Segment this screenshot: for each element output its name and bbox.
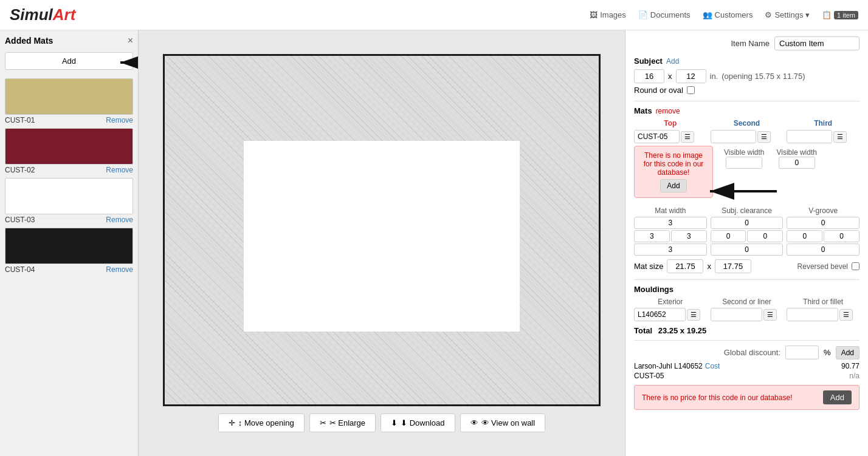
mat-width-right[interactable] (671, 230, 707, 242)
third-mat-menu-btn[interactable]: ☰ (833, 131, 847, 143)
visible-width-second-input[interactable] (726, 157, 762, 169)
download-label: ⬇ Download (401, 418, 444, 427)
mats-label: Mats (634, 106, 652, 115)
nav-settings[interactable]: ⚙ Settings ▾ (765, 10, 810, 19)
subj-clear-left[interactable] (711, 230, 746, 242)
v-groove-label: V-groove (787, 206, 859, 215)
exterior-input[interactable] (634, 308, 686, 321)
third-fillet-menu-btn[interactable]: ☰ (839, 309, 853, 321)
visible-width-third-input[interactable] (779, 157, 815, 169)
nav-images[interactable]: 🖼 Images (590, 10, 626, 19)
mat-item-cust01: CUST-01 Remove (5, 78, 133, 124)
mat-width-left[interactable] (634, 230, 670, 242)
no-price-box: There is no price for this code in our d… (634, 385, 859, 410)
eye-icon: 👁 (470, 418, 478, 427)
mat-item-cust04: CUST-04 Remove (5, 228, 133, 274)
global-discount-input[interactable] (785, 345, 819, 359)
remove-cust03[interactable]: Remove (106, 216, 133, 224)
frame-container (163, 54, 601, 406)
items-badge: 1 item (834, 11, 858, 19)
second-mat-menu-btn[interactable]: ☰ (757, 131, 771, 143)
mats-col-labels: Top Second Third (634, 119, 859, 128)
mat-item-cust03: CUST-03 Remove (5, 178, 133, 224)
exterior-col-label: Exterior (634, 298, 707, 306)
exterior-select: ☰ (634, 308, 707, 321)
mat-size-row: Mat size x Reversed bevel (634, 259, 859, 273)
visible-width-second-label: Visible width (724, 148, 764, 157)
remove-cust01[interactable]: Remove (106, 116, 133, 124)
second-liner-menu-btn[interactable]: ☰ (763, 309, 777, 321)
reversed-bevel-checkbox[interactable] (852, 262, 859, 270)
second-liner-input[interactable] (711, 308, 762, 321)
total-label: Total (634, 326, 652, 335)
reversed-bevel-row: Reversed bevel (797, 262, 859, 271)
mat-width-top[interactable] (634, 217, 707, 229)
subj-clear-top[interactable] (711, 217, 784, 229)
mat-swatch-cust04 (5, 228, 133, 264)
col-third-label: Third (787, 119, 859, 128)
mat-size-w-input[interactable] (667, 259, 703, 273)
v-groove-right[interactable] (824, 230, 859, 242)
nav-customers[interactable]: 👥 Customers (703, 10, 753, 19)
round-oval-row: Round or oval (634, 86, 859, 95)
mat-swatch-cust02 (5, 128, 133, 165)
nav-documents[interactable]: 📄 Documents (638, 10, 691, 19)
cust05-label: CUST-05 (634, 372, 664, 380)
mat-width-col: Mat width (634, 206, 707, 256)
nav-items[interactable]: 📋 1 item (822, 10, 858, 19)
mat-width-bottom[interactable] (634, 243, 707, 256)
close-button[interactable]: × (128, 35, 133, 46)
subj-clearance-label: Subj. clearance (711, 206, 784, 215)
subject-opening: (opening 15.75 x 11.75) (722, 72, 805, 81)
item-name-label: Item Name (731, 39, 770, 48)
second-liner-col: Second or liner ☰ (711, 298, 784, 321)
mat-row-cust01: CUST-01 Remove (5, 116, 133, 124)
download-button[interactable]: ⬇ ⬇ Download (381, 413, 455, 432)
cust05-row: CUST-05 n/a (634, 372, 859, 380)
move-opening-label: ↕ Move opening (238, 418, 294, 427)
subj-clear-right[interactable] (747, 230, 783, 242)
nav-links: 🖼 Images 📄 Documents 👥 Customers ⚙ Setti… (590, 10, 858, 19)
no-price-add-button[interactable]: Add (823, 390, 852, 404)
subj-clear-bottom[interactable] (711, 243, 784, 256)
item-name-input[interactable] (774, 36, 859, 50)
move-icon: ✛ (229, 418, 235, 427)
left-panel: Added Mats × Add CUST (0, 30, 139, 456)
second-mat-input[interactable] (711, 130, 756, 143)
subject-width-input[interactable] (634, 69, 664, 83)
mat-size-h-input[interactable] (715, 259, 751, 273)
no-image-message: There is no image for this code in our d… (639, 151, 708, 177)
subject-add-link[interactable]: Add (666, 57, 679, 66)
mats-section: Mats remove Top Second Third ☰ ☰ (634, 106, 859, 273)
third-fillet-input[interactable] (787, 308, 838, 321)
top-mat-input[interactable] (634, 130, 680, 143)
top-mat-menu-btn[interactable]: ☰ (681, 131, 694, 143)
v-groove-top[interactable] (787, 217, 859, 229)
discount-add-button[interactable]: Add (836, 346, 859, 359)
second-liner-select: ☰ (711, 308, 784, 321)
enlarge-button[interactable]: ✂ ✂ Enlarge (309, 413, 376, 432)
cost-link[interactable]: Cost (705, 362, 720, 370)
no-image-add-button[interactable]: Add (660, 179, 686, 192)
round-oval-checkbox[interactable] (687, 86, 695, 94)
remove-cust02[interactable]: Remove (106, 166, 133, 174)
exterior-menu-btn[interactable]: ☰ (687, 309, 700, 321)
subj-clearance-col: Subj. clearance (711, 206, 784, 256)
add-mat-button[interactable]: Add (5, 52, 133, 70)
mats-remove-link[interactable]: remove (656, 107, 680, 115)
third-fillet-col: Third or fillet ☰ (787, 298, 859, 321)
v-groove-left[interactable] (787, 230, 822, 242)
view-on-wall-button[interactable]: 👁 👁 View on wall (460, 413, 546, 432)
subject-height-input[interactable] (676, 69, 706, 83)
white-opening (244, 141, 520, 332)
right-panel: Item Name Subject Add x in. (opening 15.… (625, 30, 868, 456)
third-fillet-col-label: Third or fillet (787, 298, 859, 306)
second-liner-col-label: Second or liner (711, 298, 784, 306)
move-opening-button[interactable]: ✛ ↕ Move opening (218, 413, 305, 432)
remove-cust04[interactable]: Remove (106, 265, 133, 274)
mat-width-col-label: Mat width (634, 206, 707, 215)
third-mat-input[interactable] (787, 130, 832, 143)
mat-select-row: ☰ ☰ ☰ (634, 130, 859, 143)
v-groove-bottom[interactable] (787, 243, 859, 256)
mats-header: Mats remove (634, 106, 859, 115)
